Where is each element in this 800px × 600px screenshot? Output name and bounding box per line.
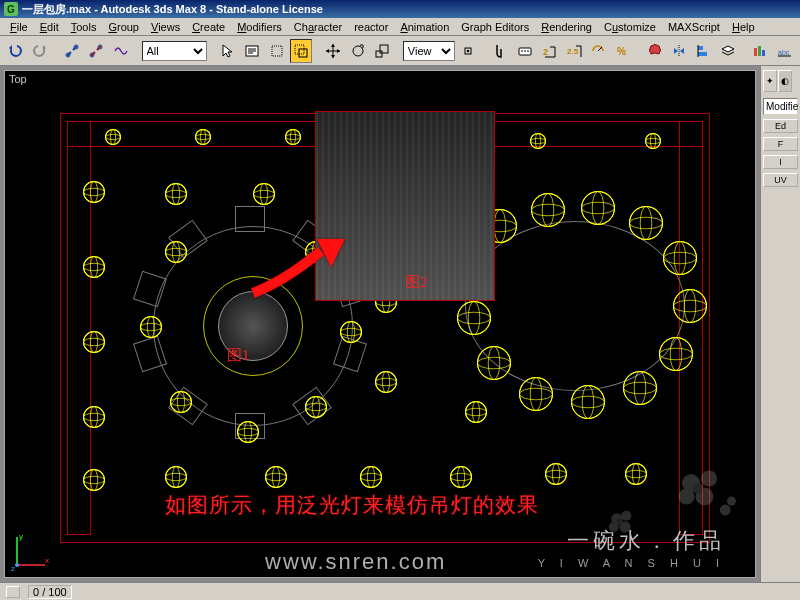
snap-angle-button[interactable]: 2.5 (563, 39, 585, 63)
modify-tab[interactable]: ◐ (778, 70, 792, 92)
svg-point-40 (621, 511, 631, 521)
scale-button[interactable] (371, 39, 393, 63)
panel-btn-3[interactable]: I (763, 155, 798, 169)
viewport-label: Top (9, 73, 27, 85)
svg-point-42 (609, 522, 619, 532)
modifier-rollout-label: Modifie (763, 98, 798, 115)
watermark-pinyin: Y I W A N S H U I (538, 557, 725, 569)
panel-btn-2[interactable]: F (763, 137, 798, 151)
svg-point-48 (15, 563, 19, 567)
command-panel: ✦ ◐ Modifie Ed F I UV (760, 66, 800, 582)
svg-line-22 (598, 47, 602, 51)
svg-point-36 (693, 483, 704, 494)
menu-help[interactable]: Help (726, 20, 761, 34)
menu-rendering[interactable]: Rendering (535, 20, 598, 34)
svg-point-37 (720, 505, 731, 516)
create-tab[interactable]: ✦ (763, 70, 777, 92)
menu-modifiers[interactable]: Modifiers (231, 20, 288, 34)
frame-indicator: 0 / 100 (28, 585, 72, 599)
inset-label: 图2 (405, 273, 428, 292)
mirror-button[interactable] (668, 39, 690, 63)
menu-tools[interactable]: Tools (65, 20, 103, 34)
menu-animation[interactable]: Animation (394, 20, 455, 34)
layer-manager-button[interactable] (717, 39, 739, 63)
flower-decoration-icon (655, 447, 745, 537)
annotation-text: 如图所示，用泛光灯来模仿吊灯的效果 (165, 491, 539, 519)
align-button[interactable] (692, 39, 714, 63)
rotate-button[interactable] (346, 39, 368, 63)
undo-button[interactable] (4, 39, 26, 63)
svg-point-38 (727, 497, 736, 506)
use-pivot-center-button[interactable] (457, 39, 479, 63)
select-by-name-button[interactable] (241, 39, 263, 63)
center-label: 图1 (227, 346, 250, 365)
svg-point-43 (617, 519, 623, 525)
timeline-slider-icon[interactable] (6, 586, 20, 598)
app-icon: G (4, 2, 18, 16)
status-bar: 0 / 100 (0, 582, 800, 600)
schematic-view-button[interactable]: abc (773, 39, 795, 63)
svg-text:%: % (617, 46, 626, 57)
svg-rect-13 (380, 45, 388, 53)
svg-text:abc: abc (778, 49, 790, 56)
svg-text:2: 2 (543, 47, 548, 57)
selection-filter-select[interactable]: All (142, 41, 207, 61)
curve-editor-button[interactable] (749, 39, 771, 63)
spinner-snap-button[interactable]: % (611, 39, 633, 63)
menu-create[interactable]: Create (186, 20, 231, 34)
svg-point-33 (701, 470, 717, 486)
svg-rect-12 (376, 51, 382, 57)
named-selection-button[interactable] (643, 39, 665, 63)
svg-text:z: z (11, 564, 15, 571)
select-crossing-button[interactable] (290, 39, 312, 63)
workspace: Top (0, 66, 800, 582)
menu-maxscript[interactable]: MAXScript (662, 20, 726, 34)
svg-point-35 (678, 488, 694, 504)
ref-coord-select[interactable]: View (403, 41, 455, 61)
select-manipulate-button[interactable] (489, 39, 511, 63)
svg-rect-8 (272, 46, 282, 56)
viewport-area: Top (0, 66, 760, 582)
snap-percent-button[interactable] (587, 39, 609, 63)
arrow-icon (245, 231, 355, 311)
viewport-top[interactable]: Top (4, 70, 756, 578)
select-region-rect-button[interactable] (265, 39, 287, 63)
snap-2d-button[interactable]: 2 (538, 39, 560, 63)
svg-rect-28 (758, 46, 761, 56)
scene-drawing: 图2 图1 如图所示，用泛光灯来模仿吊灯的效果 一碗水 . 作品 Y I W A… (5, 71, 755, 577)
watermark-url: www.snren.com (265, 549, 446, 575)
unlink-button[interactable] (85, 39, 107, 63)
svg-rect-25 (698, 52, 707, 56)
menu-views[interactable]: Views (145, 20, 186, 34)
menu-group[interactable]: Group (102, 20, 145, 34)
main-toolbar: All View 2 2.5 % abc (0, 36, 800, 66)
flower-decoration-icon (589, 491, 652, 554)
bind-spacewarp-button[interactable] (109, 39, 131, 63)
redo-button[interactable] (28, 39, 50, 63)
svg-point-15 (467, 49, 469, 51)
svg-rect-27 (754, 48, 757, 56)
svg-rect-24 (698, 46, 703, 50)
menu-file[interactable]: File (4, 20, 34, 34)
menu-graph-editors[interactable]: Graph Editors (455, 20, 535, 34)
panel-btn-1[interactable]: Ed (763, 119, 798, 133)
svg-text:2.5: 2.5 (567, 47, 579, 56)
menu-edit[interactable]: Edit (34, 20, 65, 34)
window-title: 一层包房.max - Autodesk 3ds Max 8 - Stand-al… (22, 2, 323, 17)
svg-text:y: y (19, 532, 23, 541)
panel-btn-4[interactable]: UV (763, 173, 798, 187)
svg-rect-10 (299, 49, 307, 57)
select-object-button[interactable] (216, 39, 238, 63)
svg-rect-29 (762, 50, 765, 56)
svg-text:x: x (45, 556, 49, 565)
menu-reactor[interactable]: reactor (348, 20, 394, 34)
axis-tripod-icon: x y z (11, 531, 51, 571)
title-bar: G 一层包房.max - Autodesk 3ds Max 8 - Stand-… (0, 0, 800, 18)
menu-character[interactable]: Character (288, 20, 348, 34)
menu-customize[interactable]: Customize (598, 20, 662, 34)
move-button[interactable] (322, 39, 344, 63)
keyboard-shortcut-override-button[interactable] (514, 39, 536, 63)
menu-bar: File Edit Tools Group Views Create Modif… (0, 18, 800, 36)
svg-point-11 (353, 46, 363, 56)
link-button[interactable] (61, 39, 83, 63)
